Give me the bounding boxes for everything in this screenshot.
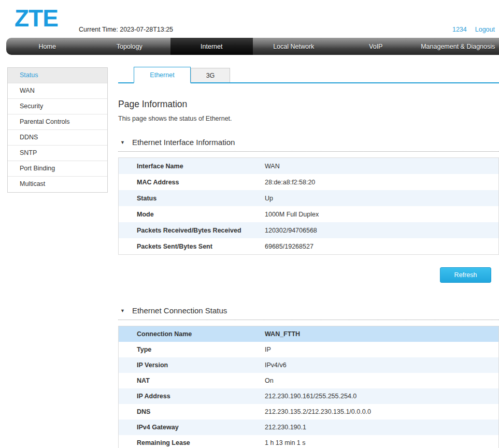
nav-item-voip[interactable]: VoIP [335,38,417,55]
section-ethernet-connection-status: ▼ Ethernet Connection Status Connection … [118,306,499,448]
section-header-ethernet-connection-status[interactable]: ▼ Ethernet Connection Status [118,306,499,320]
sidebar-item-ddns[interactable]: DDNS [8,130,107,146]
table-header-row: Connection Name WAN_FTTH [119,326,498,342]
row-label: Remaining Lease [119,439,265,446]
nav-item-local-network[interactable]: Local Network [253,38,335,55]
row-value: 69685/19268527 [265,243,498,250]
row-value: 1 h 13 min 1 s [265,439,498,446]
collapse-triangle-icon[interactable]: ▼ [120,308,125,313]
row-label: Packets Sent/Bytes Sent [119,243,265,250]
row-value: WAN_FTTH [265,330,498,338]
username-link[interactable]: 1234 [452,26,467,33]
table-row: IPv4 Gateway 212.230.190.1 [119,420,498,435]
collapse-triangle-icon[interactable]: ▼ [120,140,125,145]
current-time-label: Current Time: 2023-07-28T13:25 [79,26,173,33]
table-row: Packets Received/Bytes Received 120302/9… [119,222,498,238]
table-row: IP Address 212.230.190.161/255.255.254.0 [119,388,498,404]
sidebar-item-wan[interactable]: WAN [8,83,107,99]
nav-item-internet[interactable]: Internet [170,38,253,55]
row-label: MAC Address [119,179,265,186]
sidebar-item-port-binding[interactable]: Port Binding [8,161,107,177]
nav-item-topology[interactable]: Topology [89,38,171,55]
row-value: IP [265,346,498,353]
sidebar-item-security[interactable]: Security [8,99,107,114]
row-value: 212.230.190.1 [265,424,498,431]
row-label: NAT [119,377,265,384]
ethernet-interface-table: Interface Name WAN MAC Address 28:de:a8:… [118,157,499,255]
page-description: This page shows the status of Ethernet. [118,115,499,122]
row-value: 120302/94706568 [265,227,498,234]
table-row: Interface Name WAN [119,158,498,174]
sidebar: Status WAN Security Parental Controls DD… [7,67,108,193]
logout-link[interactable]: Logout [475,26,495,33]
section-title: Ethernet Interface Information [132,138,235,147]
header-links: 1234 Logout [452,26,495,33]
row-label: IP Address [119,393,265,400]
row-label: Type [119,346,265,353]
table-row: MAC Address 28:de:a8:f2:58:20 [119,174,498,190]
nav-item-home[interactable]: Home [6,38,89,55]
sidebar-item-sntp[interactable]: SNTP [8,146,107,161]
refresh-button-row: Refresh [118,267,499,283]
row-value: 1000M Full Duplex [265,211,498,218]
section-title: Ethernet Connection Status [132,306,227,315]
sidebar-item-multicast[interactable]: Multicast [8,177,107,192]
table-row: Mode 1000M Full Duplex [119,206,498,222]
ethernet-connection-table: Connection Name WAN_FTTH Type IP IP Vers… [118,326,499,448]
row-value: 212.230.190.161/255.255.254.0 [265,393,498,400]
main-navbar: Home Topology Internet Local Network VoI… [6,38,499,55]
table-row: Remaining Lease 1 h 13 min 1 s [119,435,498,448]
refresh-button[interactable]: Refresh [440,267,491,283]
sidebar-item-status[interactable]: Status [8,68,107,83]
row-label: IP Version [119,362,265,369]
sidebar-item-parental-controls[interactable]: Parental Controls [8,114,107,130]
row-label: Connection Name [119,330,265,338]
table-row: Packets Sent/Bytes Sent 69685/19268527 [119,238,498,254]
row-value: WAN [265,163,498,170]
main-content: Ethernet 3G Page Information This page s… [118,66,499,448]
section-ethernet-interface-information: ▼ Ethernet Interface Information Interfa… [118,138,499,283]
tab-bar: Ethernet 3G [118,66,499,83]
tab-3g[interactable]: 3G [191,68,230,82]
row-label: IPv4 Gateway [119,424,265,431]
row-label: DNS [119,408,265,415]
table-row: IP Version IPv4/v6 [119,357,498,373]
row-label: Status [119,195,265,202]
row-value: 28:de:a8:f2:58:20 [265,179,498,186]
nav-item-management-diagnosis[interactable]: Management & Diagnosis [417,38,499,55]
row-value: IPv4/v6 [265,362,498,369]
table-row: Status Up [119,190,498,206]
section-header-ethernet-interface-information[interactable]: ▼ Ethernet Interface Information [118,138,499,152]
tab-ethernet[interactable]: Ethernet [134,67,191,83]
row-label: Interface Name [119,163,265,170]
table-row: DNS 212.230.135.2/212.230.135.1/0.0.0.0 [119,404,498,420]
table-row: NAT On [119,373,498,388]
row-value: Up [265,195,498,202]
row-label: Mode [119,211,265,218]
table-row: Type IP [119,342,498,357]
row-value: 212.230.135.2/212.230.135.1/0.0.0.0 [265,408,498,415]
row-label: Packets Received/Bytes Received [119,227,265,234]
zte-logo: ZTE [15,4,58,32]
row-value: On [265,377,498,384]
page-title: Page Information [118,99,499,110]
